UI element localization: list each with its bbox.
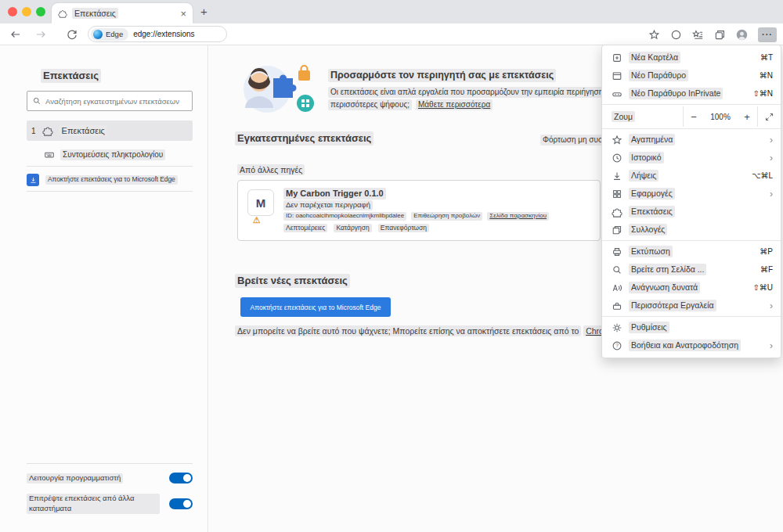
menu-item-history[interactable]: Ιστορικό›: [602, 149, 781, 167]
hero-description-line1: Οι επεκτάσεις είναι απλά εργαλεία που πρ…: [328, 87, 626, 98]
menu-item-more-tools[interactable]: Περισσότερα Εργαλεία›: [602, 297, 781, 315]
hero-description-line2: περισσότερες ψήφους;: [328, 99, 412, 110]
gear-icon: [612, 322, 622, 333]
search-icon: [32, 96, 41, 106]
sidebar-item-keyboard-shortcuts[interactable]: Συντομεύσεις πληκτρολογίου: [27, 147, 193, 163]
svg-text:?: ?: [615, 343, 619, 348]
menu-shortcut: ⌘N: [760, 71, 773, 80]
menu-item-label: Εκτύπωση: [629, 246, 673, 257]
menu-item-label: Νέο Παράθυρο InPrivate: [629, 88, 723, 99]
puzzle-icon: [612, 207, 622, 217]
browser-window: { "colors": { "accent_blue": "#2a7ae0", …: [0, 0, 783, 532]
extensions-sidebar: Επεκτάσεις 1 Επεκτάσεις Συντομεύσεις πλη…: [0, 45, 208, 532]
menu-item-extensions[interactable]: Επεκτάσεις: [602, 203, 781, 221]
new-tab-button[interactable]: +: [200, 5, 207, 18]
download-icon: [29, 176, 38, 185]
get-extensions-label: Αποκτήστε επεκτάσεις για το Microsoft Ed…: [45, 175, 178, 184]
favorite-star-icon[interactable]: [648, 29, 660, 41]
sidebar-divider: [27, 166, 193, 167]
menu-item-new-tab[interactable]: Νέα Καρτέλα⌘T: [602, 49, 781, 66]
extensions-tab-icon: [58, 9, 67, 18]
edge-site-badge: Edge: [91, 28, 128, 41]
menu-item-new-inprivate-window[interactable]: Νέο Παράθυρο InPrivate⇧⌘N: [602, 84, 781, 102]
sidebar-divider: [27, 191, 193, 192]
menu-item-label: Αγαπημένα: [629, 134, 675, 145]
menu-item-find-on-page[interactable]: Βρείτε στη Σελίδα ...⌘F: [602, 261, 781, 279]
toolbar-actions: ···: [648, 23, 777, 45]
find-icon: [612, 264, 622, 275]
menu-shortcut: ⌘F: [760, 265, 773, 274]
menu-item-read-aloud[interactable]: Ανάγνωση δυνατά⇧⌘U: [602, 279, 781, 297]
menu-item-label: Λήψεις: [629, 170, 659, 181]
get-extensions-link[interactable]: Αποκτήστε επεκτάσεις για το Microsoft Ed…: [27, 171, 193, 189]
more-menu-button[interactable]: ···: [758, 27, 777, 42]
menu-item-label: Νέα Καρτέλα: [629, 52, 680, 63]
menu-item-label: Συλλογές: [629, 224, 667, 235]
collections-icon[interactable]: [714, 29, 726, 41]
chevron-right-icon: ›: [770, 301, 773, 311]
menu-item-print[interactable]: Εκτύπωση⌘P: [602, 243, 781, 261]
menu-shortcut: ⇧⌘N: [752, 89, 773, 98]
menu-shortcut: ⇧⌘U: [752, 283, 773, 292]
back-button[interactable]: [9, 28, 22, 41]
favorites-hub-icon[interactable]: [692, 29, 704, 41]
edge-logo-icon: [93, 30, 103, 39]
sidebar-item-extensions[interactable]: 1 Επεκτάσεις: [27, 120, 193, 141]
menu-item-favorites[interactable]: Αγαπημένα›: [602, 131, 781, 149]
zoom-in-button[interactable]: +: [737, 106, 757, 127]
get-extensions-button[interactable]: Αποκτήστε επεκτάσεις για το Microsoft Ed…: [240, 297, 391, 317]
forward-button[interactable]: [34, 28, 47, 41]
toggle-label: Λειτουργία προγραμματιστή: [27, 473, 123, 483]
title-bar: Επεκτάσεις × +: [0, 0, 783, 23]
find-new-extensions-title: Βρείτε νέες επεκτάσεις: [235, 274, 350, 288]
menu-divider: [602, 316, 781, 317]
maximize-window-button[interactable]: [36, 7, 45, 16]
learn-more-link[interactable]: Μάθετε περισσότερα: [416, 99, 493, 110]
refresh-button[interactable]: [66, 28, 78, 41]
menu-shortcut: ⌘P: [760, 247, 773, 256]
close-window-button[interactable]: [8, 7, 17, 16]
edge-badge-label: Edge: [106, 30, 123, 38]
store-icon: [27, 174, 39, 186]
zoom-controls: −100%+: [683, 106, 781, 127]
help-icon: ?: [612, 340, 622, 351]
menu-item-label: Ανάγνωση δυνατά: [629, 282, 700, 293]
extensions-search-box[interactable]: [27, 91, 193, 111]
fullscreen-button[interactable]: [757, 106, 781, 127]
browser-essentials-icon[interactable]: [670, 29, 682, 41]
zoom-out-button[interactable]: −: [684, 106, 704, 127]
extension-icon: M ⚠: [247, 189, 274, 216]
navigation-bar: Edge edge://extensions ···: [0, 23, 783, 45]
browser-tab[interactable]: Επεκτάσεις ×: [52, 3, 193, 23]
menu-item-apps[interactable]: Εφαρμογές›: [602, 185, 781, 203]
read-aloud-icon: [612, 282, 622, 293]
extension-action-link[interactable]: Λεπτομέρειες: [283, 224, 327, 232]
extension-action-link[interactable]: Επανεφόρτωση: [378, 224, 429, 232]
profile-avatar[interactable]: [736, 29, 748, 41]
extension-action-link[interactable]: Κατάργηση: [334, 224, 371, 232]
menu-item-new-window[interactable]: Νέο Παράθυρο⌘N: [602, 66, 781, 84]
tab-close-icon[interactable]: ×: [180, 9, 186, 19]
footer-text: Δεν μπορείτε να βρείτε αυτό που ψάχνετε;…: [235, 325, 581, 336]
search-input[interactable]: [45, 97, 187, 106]
extension-description: Δεν παρέχεται περιγραφή: [283, 200, 373, 210]
chevron-right-icon: ›: [770, 341, 773, 350]
extension-monogram: M: [256, 196, 266, 210]
menu-item-downloads[interactable]: Λήψεις⌥⌘L: [602, 167, 781, 185]
chevron-right-icon: ›: [770, 153, 773, 163]
menu-item-settings[interactable]: Ρυθμίσεις: [602, 318, 781, 336]
address-bar[interactable]: Edge edge://extensions: [88, 26, 227, 42]
background-page-link[interactable]: Σελίδα παρασκηνίου: [487, 212, 549, 221]
menu-shortcut: ⌘T: [760, 53, 773, 62]
collections-icon: [612, 225, 622, 235]
menu-item-label: Βοήθεια και Ανατροφοδότηση: [629, 340, 741, 350]
menu-item-label: Ιστορικό: [629, 152, 664, 163]
minimize-window-button[interactable]: [22, 7, 31, 16]
menu-item-label: Ρυθμίσεις: [629, 322, 669, 332]
menu-item-label: Επεκτάσεις: [629, 206, 675, 217]
toggle-switch[interactable]: [169, 473, 193, 483]
menu-item-collections[interactable]: Συλλογές: [602, 221, 781, 239]
new-window-icon: [612, 70, 622, 81]
toggle-switch[interactable]: [169, 498, 193, 509]
menu-item-help-feedback[interactable]: ?Βοήθεια και Ανατροφοδότηση›: [602, 336, 781, 354]
